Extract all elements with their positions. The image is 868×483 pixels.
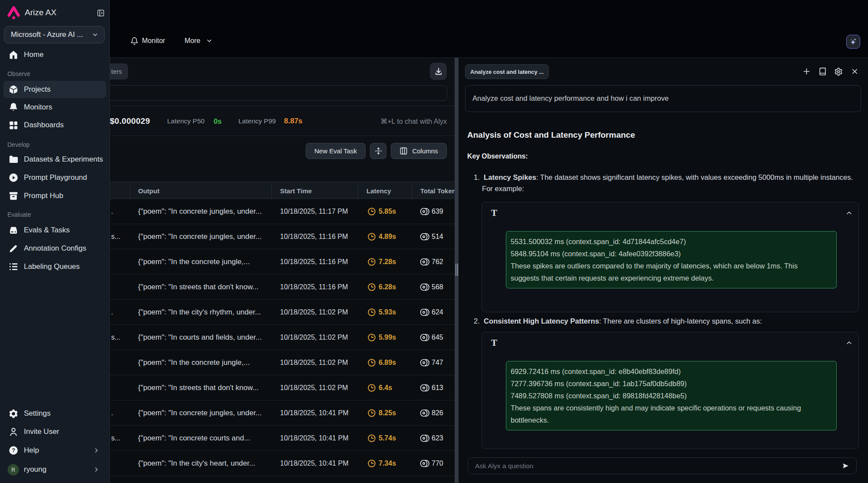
svg-text:?: ? (12, 447, 15, 453)
svg-text:R: R (11, 467, 15, 473)
